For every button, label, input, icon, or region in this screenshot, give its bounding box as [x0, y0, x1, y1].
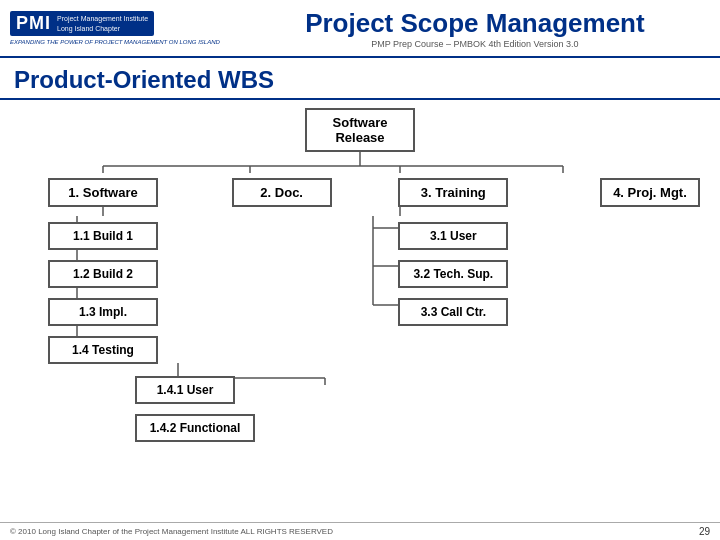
l1-software-node: 1. Software	[48, 178, 158, 207]
logo-box: PMI Project Management Institute Long Is…	[10, 11, 154, 36]
wbs-container: Software Release 1. Software 1.1 Build 1…	[15, 108, 705, 442]
header: PMI Project Management Institute Long Is…	[0, 0, 720, 58]
l3-user-node: 1.4.1 User	[135, 376, 235, 404]
header-title-area: Project Scope Management PMP Prep Course…	[240, 8, 710, 49]
col-software: 1. Software 1.1 Build 1 1.2 Build 2 1.3 …	[15, 178, 185, 442]
software-children: 1.1 Build 1 1.2 Build 2 1.3 Impl. 1.4 Te…	[48, 222, 158, 364]
pmi-text: PMI	[16, 13, 51, 34]
wbs-root-node: Software Release	[305, 108, 415, 152]
wbs-area: Software Release 1. Software 1.1 Build 1…	[0, 100, 720, 450]
logo-tagline: EXPANDING THE POWER OF PROJECT MANAGEMEN…	[10, 39, 220, 45]
root-row: Software Release	[15, 108, 705, 152]
logo-line2: Long Island Chapter	[57, 24, 148, 33]
level1-row: 1. Software 1.1 Build 1 1.2 Build 2 1.3 …	[15, 178, 705, 442]
training-children: 3.1 User 3.2 Tech. Sup. 3.3 Call Ctr.	[398, 222, 508, 326]
l2-build2-node: 1.2 Build 2	[48, 260, 158, 288]
footer: © 2010 Long Island Chapter of the Projec…	[0, 522, 720, 540]
l2-callctr-node: 3.3 Call Ctr.	[398, 298, 508, 326]
logo-text-right: Project Management Institute Long Island…	[57, 14, 148, 32]
header-main-title: Project Scope Management	[240, 8, 710, 39]
col-doc: 2. Doc.	[232, 178, 332, 442]
footer-page-number: 29	[699, 526, 710, 537]
col-projmgt: 4. Proj. Mgt.	[595, 178, 705, 442]
col-training: 3. Training 3.1 User 3.2 Tech. Sup. 3.3 …	[378, 178, 548, 442]
logo-line1: Project Management Institute	[57, 14, 148, 23]
l2-build1-node: 1.1 Build 1	[48, 222, 158, 250]
l2-user-node: 3.1 User	[398, 222, 508, 250]
page-title: Product-Oriented WBS	[0, 58, 720, 100]
l2-testing-node: 1.4 Testing	[48, 336, 158, 364]
l1-projmgt-node: 4. Proj. Mgt.	[600, 178, 700, 207]
l1-doc-node: 2. Doc.	[232, 178, 332, 207]
logo-area: PMI Project Management Institute Long Is…	[10, 11, 220, 45]
footer-copyright: © 2010 Long Island Chapter of the Projec…	[10, 527, 333, 536]
header-subtitle: PMP Prep Course – PMBOK 4th Edition Vers…	[240, 39, 710, 49]
l1-training-node: 3. Training	[398, 178, 508, 207]
l2-impl-node: 1.3 Impl.	[48, 298, 158, 326]
l2-techsup-node: 3.2 Tech. Sup.	[398, 260, 508, 288]
